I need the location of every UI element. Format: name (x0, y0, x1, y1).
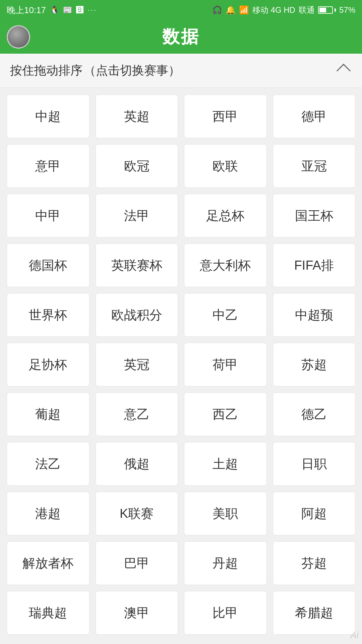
league-item-24[interactable]: 葡超 (7, 392, 89, 436)
league-item-39[interactable]: 芬超 (273, 541, 356, 585)
league-item-12[interactable]: 德国杯 (7, 244, 89, 287)
league-item-32[interactable]: 港超 (7, 492, 89, 535)
league-item-0[interactable]: 中超 (7, 95, 89, 138)
league-item-6[interactable]: 欧联 (184, 144, 267, 188)
league-item-41[interactable]: 澳甲 (96, 591, 178, 635)
status-bar: 晚上10:17 🐧 📰 🅱 ··· 🎧 🔔 📶 移动 4G HD 联通 57% (0, 0, 362, 20)
league-item-5[interactable]: 欧冠 (96, 144, 178, 188)
league-item-27[interactable]: 德乙 (273, 392, 356, 436)
sort-bar[interactable]: 按住拖动排序 （点击切换赛事） (0, 54, 362, 88)
league-item-20[interactable]: 足协杯 (7, 343, 89, 386)
league-item-16[interactable]: 世界杯 (7, 293, 89, 337)
league-item-33[interactable]: K联赛 (96, 492, 178, 535)
league-item-18[interactable]: 中乙 (184, 293, 267, 337)
league-item-31[interactable]: 日职 (273, 442, 356, 486)
league-item-21[interactable]: 英冠 (96, 343, 178, 386)
league-item-15[interactable]: FIFA排 (273, 244, 356, 287)
league-item-10[interactable]: 足总杯 (184, 194, 267, 237)
league-item-17[interactable]: 欧战积分 (96, 293, 178, 337)
league-item-34[interactable]: 美职 (184, 492, 267, 535)
league-item-38[interactable]: 丹超 (184, 541, 267, 585)
league-item-13[interactable]: 英联赛杯 (96, 244, 178, 287)
sort-label-container: 按住拖动排序 （点击切换赛事） (10, 62, 180, 79)
league-item-43[interactable]: 希腊超 (273, 591, 356, 635)
league-item-29[interactable]: 俄超 (96, 442, 178, 486)
page-title: 数据 (162, 25, 200, 49)
league-item-35[interactable]: 阿超 (273, 492, 356, 535)
league-item-40[interactable]: 瑞典超 (7, 591, 89, 635)
league-item-25[interactable]: 意乙 (96, 392, 178, 436)
league-item-9[interactable]: 法甲 (96, 194, 178, 237)
league-item-19[interactable]: 中超预 (273, 293, 356, 337)
watermark: Ai (350, 630, 359, 641)
league-item-28[interactable]: 法乙 (7, 442, 89, 486)
league-item-8[interactable]: 中甲 (7, 194, 89, 237)
league-item-26[interactable]: 西乙 (184, 392, 267, 436)
chevron-up-icon[interactable] (337, 63, 351, 77)
league-item-11[interactable]: 国王杯 (273, 194, 356, 237)
league-item-1[interactable]: 英超 (96, 95, 178, 138)
league-item-42[interactable]: 比甲 (184, 591, 267, 635)
league-item-37[interactable]: 巴甲 (96, 541, 178, 585)
signal2-text: 联通 (299, 5, 315, 15)
league-item-30[interactable]: 土超 (184, 442, 267, 486)
league-item-22[interactable]: 荷甲 (184, 343, 267, 386)
bell-icon: 🔔 (226, 5, 236, 15)
battery-indicator (318, 6, 336, 14)
status-right: 🎧 🔔 📶 移动 4G HD 联通 57% (212, 5, 355, 15)
status-time: 晚上10:17 (7, 4, 46, 16)
league-item-2[interactable]: 西甲 (184, 95, 267, 138)
sort-sub-label: （点击切换赛事） (84, 63, 180, 77)
avatar-image (7, 25, 30, 49)
status-left: 晚上10:17 🐧 📰 🅱 ··· (7, 4, 97, 16)
battery-percent: 57% (339, 5, 355, 15)
signal-text: 移动 4G HD (252, 5, 295, 15)
league-item-36[interactable]: 解放者杯 (7, 541, 89, 585)
league-item-14[interactable]: 意大利杯 (184, 244, 267, 287)
league-item-23[interactable]: 苏超 (273, 343, 356, 386)
headphone-icon: 🎧 (212, 5, 222, 15)
league-grid: 中超英超西甲德甲意甲欧冠欧联亚冠中甲法甲足总杯国王杯德国杯英联赛杯意大利杯FIF… (0, 88, 362, 641)
app-header: 数据 (0, 20, 362, 54)
avatar[interactable] (7, 25, 30, 49)
league-item-3[interactable]: 德甲 (273, 95, 356, 138)
league-item-7[interactable]: 亚冠 (273, 144, 356, 188)
wifi-icon: 📶 (239, 5, 249, 15)
sort-main-label: 按住拖动排序 (10, 63, 82, 77)
league-item-4[interactable]: 意甲 (7, 144, 89, 188)
status-icons: 🐧 📰 🅱 ··· (50, 6, 97, 14)
